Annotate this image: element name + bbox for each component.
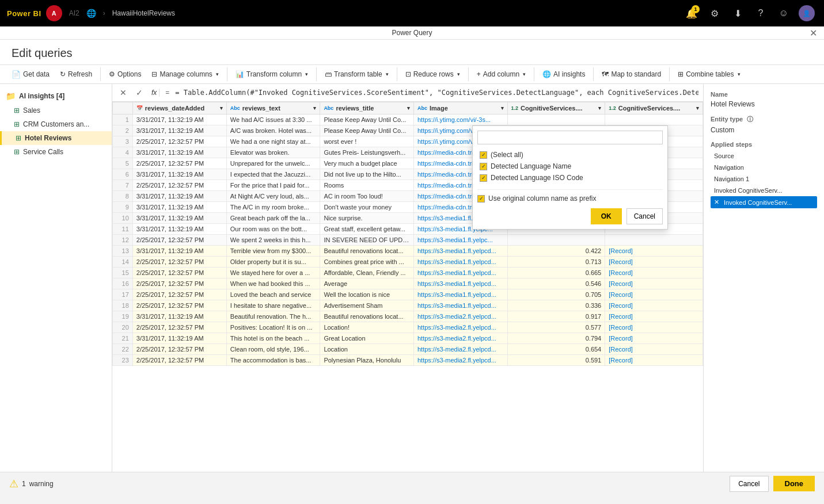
row-num-cell: 3 xyxy=(113,136,133,147)
sidebar-item-crm[interactable]: ⊞ CRM Customers an... xyxy=(0,117,112,131)
applied-step[interactable]: Source xyxy=(711,150,817,162)
col-header-text[interactable]: Abc reviews_text ▾ xyxy=(226,102,320,114)
close-button[interactable]: ✕ xyxy=(810,28,817,39)
gear-icon: ⚙ xyxy=(711,8,719,19)
step-error-icon[interactable]: ✕ xyxy=(714,198,719,206)
ai-insights-button[interactable]: 🌐 AI insights xyxy=(538,68,590,81)
formula-input[interactable] xyxy=(175,89,698,97)
record-cell[interactable] xyxy=(605,235,703,246)
table-row[interactable]: 14 2/25/2017, 12:32:57 PM Older property… xyxy=(113,257,703,268)
col-header-date[interactable]: 📅 reviews_dateAdded ▾ xyxy=(132,102,226,114)
table-row[interactable]: 23 2/25/2017, 12:32:57 PM The accommodat… xyxy=(113,355,703,366)
transform-table-label: Transform table xyxy=(334,70,382,78)
col-header-title[interactable]: Abc reviews_title ▾ xyxy=(320,102,414,114)
done-button[interactable]: Done xyxy=(773,476,815,491)
col-filter-icon-cog1[interactable]: ▾ xyxy=(598,105,601,111)
image-cell: https://s3-media2.fl.yelpcd... xyxy=(413,322,507,333)
table-row[interactable]: 15 2/25/2017, 12:32:57 PM We stayed here… xyxy=(113,268,703,278)
col-filter-icon-title[interactable]: ▾ xyxy=(407,105,410,111)
formula-reject-button[interactable]: ✕ xyxy=(117,86,130,99)
prefix-checkbox[interactable]: ✓ xyxy=(477,195,485,203)
table-row[interactable]: 13 3/31/2017, 11:32:19 AM Terrible view … xyxy=(113,246,703,257)
date-cell: 3/31/2017, 11:32:19 AM xyxy=(132,224,226,235)
options-button[interactable]: ⚙ Options xyxy=(104,68,146,81)
settings-button[interactable]: ⚙ xyxy=(704,3,725,24)
record-cell[interactable]: [Record] xyxy=(605,246,703,257)
record-cell[interactable]: [Record] xyxy=(605,355,703,366)
applied-step[interactable]: ✕Invoked CognitiveServ... xyxy=(711,196,817,208)
help-button[interactable]: ? xyxy=(750,3,771,24)
text-cell: Great beach park off the la... xyxy=(226,213,320,224)
col-filter-icon-image[interactable]: ▾ xyxy=(501,105,504,111)
table-row[interactable]: 12 2/25/2017, 12:32:57 PM We spent 2 wee… xyxy=(113,235,703,246)
column-selector-dropdown: ✓ (Select all) ✓ Detected Language Name … xyxy=(472,125,668,230)
record-cell[interactable] xyxy=(605,114,703,125)
table-row[interactable]: 19 3/31/2017, 11:32:19 AM Beautiful reno… xyxy=(113,311,703,322)
image-cell: https://i.ytimg.com/vi/-3s... xyxy=(413,114,507,125)
title-cell: Polynesian Plaza, Honolulu xyxy=(320,355,414,366)
record-cell[interactable]: [Record] xyxy=(605,289,703,300)
transform-column-button[interactable]: 📊 Transform column ▾ xyxy=(231,68,313,81)
sidebar-item-service-calls[interactable]: ⊞ Service Calls xyxy=(0,145,112,159)
date-cell: 2/25/2017, 12:32:57 PM xyxy=(132,344,226,355)
table-row[interactable]: 22 2/25/2017, 12:32:57 PM Clean room, ol… xyxy=(113,344,703,355)
applied-step[interactable]: Navigation 1 xyxy=(711,173,817,185)
item-checkbox[interactable]: ✓ xyxy=(480,174,487,182)
cancel-button[interactable]: Cancel xyxy=(626,208,663,224)
cancel-bottom-button[interactable]: Cancel xyxy=(730,476,768,492)
record-cell[interactable]: [Record] xyxy=(605,268,703,278)
sidebar-group-label: AI insights [4] xyxy=(19,92,64,100)
table-row[interactable]: 18 2/25/2017, 12:32:57 PM I hesitate to … xyxy=(113,300,703,311)
map-to-standard-button[interactable]: 🗺 Map to standard xyxy=(597,68,666,81)
formula-accept-button[interactable]: ✓ xyxy=(133,86,146,99)
transform-table-button[interactable]: 🗃 Transform table ▾ xyxy=(320,68,393,81)
dropdown-item[interactable]: ✓ Detected Language ISO Code xyxy=(477,172,663,184)
col-filter-icon-cog2[interactable]: ▾ xyxy=(696,105,699,111)
sidebar-group-ai-insights[interactable]: 📁 AI insights [4] xyxy=(0,89,112,104)
table-row[interactable]: 21 3/31/2017, 11:32:19 AM This hotel is … xyxy=(113,333,703,344)
row-num-cell: 7 xyxy=(113,180,133,191)
reduce-rows-button[interactable]: ⊡ Reduce rows ▾ xyxy=(401,68,465,81)
notification-button[interactable]: 🔔 1 xyxy=(681,3,702,24)
formula-label: fx xyxy=(149,89,160,97)
folder-icon: 📁 xyxy=(6,91,16,101)
record-cell[interactable]: [Record] xyxy=(605,322,703,333)
col-filter-icon-text[interactable]: ▾ xyxy=(313,105,316,111)
table-row[interactable]: 16 2/25/2017, 12:32:57 PM When we had bo… xyxy=(113,278,703,289)
download-button[interactable]: ⬇ xyxy=(727,3,748,24)
applied-step[interactable]: Navigation xyxy=(711,162,817,173)
sidebar-item-sales[interactable]: ⊞ Sales xyxy=(0,104,112,117)
item-checkbox[interactable]: ✓ xyxy=(480,163,487,170)
record-cell[interactable]: [Record] xyxy=(605,333,703,344)
col-filter-icon-date[interactable]: ▾ xyxy=(220,105,223,111)
dropdown-search-input[interactable] xyxy=(477,131,663,144)
add-column-button[interactable]: + Add column ▾ xyxy=(472,68,530,81)
col-header-cognitive2[interactable]: 1.2 CognitiveServices.... ▾ xyxy=(605,102,703,114)
record-cell[interactable]: [Record] xyxy=(605,300,703,311)
dropdown-item[interactable]: ✓ (Select all) xyxy=(477,149,663,161)
record-cell[interactable]: [Record] xyxy=(605,278,703,289)
user-avatar[interactable]: A xyxy=(46,5,62,21)
record-cell[interactable]: [Record] xyxy=(605,344,703,355)
col-header-image[interactable]: Abc Image ▾ xyxy=(413,102,507,114)
profile-button[interactable]: 👤 xyxy=(796,3,817,24)
manage-columns-button[interactable]: ⊟ Manage columns ▾ xyxy=(147,68,223,81)
emoji-button[interactable]: ☺ xyxy=(773,3,794,24)
record-cell[interactable]: [Record] xyxy=(605,311,703,322)
record-cell[interactable]: [Record] xyxy=(605,257,703,268)
item-checkbox[interactable]: ✓ xyxy=(480,151,487,159)
applied-steps-section: Applied steps SourceNavigationNavigation… xyxy=(711,141,817,208)
combine-tables-button[interactable]: ⊞ Combine tables ▾ xyxy=(673,68,745,81)
refresh-button[interactable]: ↻ Refresh xyxy=(55,68,97,81)
get-data-button[interactable]: 📄 Get data xyxy=(7,68,54,81)
table-row[interactable]: 17 2/25/2017, 12:32:57 PM Loved the beac… xyxy=(113,289,703,300)
ok-button[interactable]: OK xyxy=(591,208,622,224)
dropdown-item[interactable]: ✓ Detected Language Name xyxy=(477,161,663,172)
transform-column-label: Transform column xyxy=(246,70,302,78)
manage-columns-chevron: ▾ xyxy=(216,71,219,77)
applied-step[interactable]: Invoked CognitiveServ... xyxy=(711,185,817,196)
sidebar-item-hotel-reviews[interactable]: ⊞ Hotel Reviews xyxy=(0,131,112,145)
table-row[interactable]: 1 3/31/2017, 11:32:19 AM We had A/C issu… xyxy=(113,114,703,125)
col-header-cognitive1[interactable]: 1.2 CognitiveServices.... ▾ xyxy=(507,102,605,114)
table-row[interactable]: 20 2/25/2017, 12:32:57 PM Positives: Loc… xyxy=(113,322,703,333)
